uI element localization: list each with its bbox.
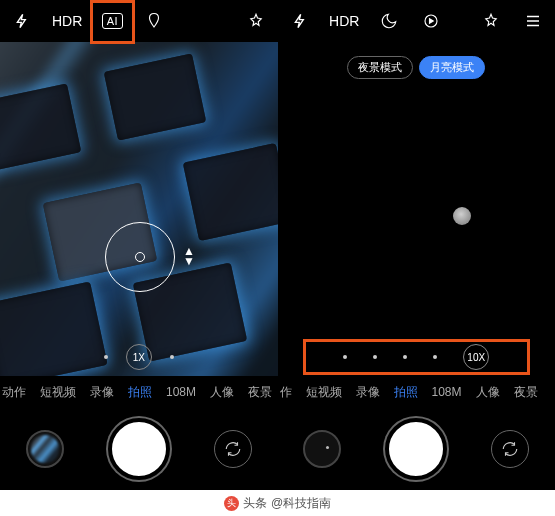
mode-item[interactable]: 夜景 — [248, 384, 272, 401]
mode-item-active[interactable]: 拍照 — [128, 384, 152, 401]
attribution-handle: @科技指南 — [271, 495, 331, 512]
camera-pane-left: HDR AI ▲▼ 1X — [0, 0, 278, 490]
hdr-toggle[interactable]: HDR — [52, 9, 82, 33]
top-toolbar-right: HDR — [278, 0, 556, 42]
zoom-dot[interactable] — [104, 355, 108, 359]
gallery-thumbnail[interactable] — [26, 430, 64, 468]
viewfinder-left[interactable]: ▲▼ 1X — [0, 42, 278, 376]
mode-item[interactable]: 作 — [280, 384, 292, 401]
gallery-thumbnail[interactable] — [303, 430, 341, 468]
highlight-zoom-row — [303, 339, 531, 375]
mode-item[interactable]: 夜景 — [514, 384, 538, 401]
mode-item[interactable]: 短视频 — [40, 384, 76, 401]
mode-item[interactable]: 短视频 — [306, 384, 342, 401]
flash-icon[interactable] — [10, 9, 34, 33]
mode-strip-left[interactable]: 动作 短视频 录像 拍照 108M 人像 夜景 — [0, 376, 278, 408]
filter-icon[interactable] — [142, 9, 166, 33]
menu-icon[interactable] — [521, 9, 545, 33]
mode-item[interactable]: 人像 — [210, 384, 234, 401]
viewfinder-right[interactable]: 夜景模式 月亮模式 10X — [278, 42, 556, 376]
attribution-bar: 头 头条 @科技指南 — [0, 490, 555, 516]
mode-item[interactable]: 动作 — [2, 384, 26, 401]
mode-item[interactable]: 人像 — [476, 384, 500, 401]
zoom-dot[interactable] — [170, 355, 174, 359]
toutiao-logo-icon: 头 — [224, 496, 239, 511]
top-toolbar-left: HDR AI — [0, 0, 278, 42]
flash-icon[interactable] — [288, 9, 312, 33]
zoom-level-button[interactable]: 1X — [126, 344, 152, 370]
mode-item[interactable]: 录像 — [356, 384, 380, 401]
pill-moon-mode[interactable]: 月亮模式 — [419, 56, 485, 79]
shutter-button[interactable] — [108, 418, 170, 480]
switch-camera-button[interactable] — [491, 430, 529, 468]
focus-ring[interactable] — [105, 222, 175, 292]
camera-pane-right: HDR 夜景模式 月亮模式 — [278, 0, 556, 490]
effects-icon[interactable] — [244, 9, 268, 33]
zoom-row-left: 1X — [104, 344, 174, 370]
night-preview-bg — [278, 42, 556, 376]
night-mode-pills: 夜景模式 月亮模式 — [347, 56, 485, 79]
highlight-ai-button — [90, 0, 135, 44]
mode-item[interactable]: 108M — [166, 385, 196, 399]
switch-camera-button[interactable] — [214, 430, 252, 468]
moon-mode-icon[interactable] — [377, 9, 401, 33]
mode-item[interactable]: 录像 — [90, 384, 114, 401]
mode-item[interactable]: 108M — [432, 385, 462, 399]
shutter-button[interactable] — [385, 418, 447, 480]
exposure-slider-icon[interactable]: ▲▼ — [183, 247, 195, 265]
hdr-toggle[interactable]: HDR — [330, 9, 360, 33]
moon-subject — [453, 207, 471, 225]
mode-strip-right[interactable]: 作 短视频 录像 拍照 108M 人像 夜景 — [278, 376, 556, 408]
live-photo-icon[interactable] — [419, 9, 443, 33]
shutter-bar-right — [278, 408, 556, 490]
mode-item-active[interactable]: 拍照 — [394, 384, 418, 401]
pill-night-mode[interactable]: 夜景模式 — [347, 56, 413, 79]
attribution-prefix: 头条 — [243, 495, 267, 512]
shutter-bar-left — [0, 408, 278, 490]
effects-icon[interactable] — [479, 9, 503, 33]
